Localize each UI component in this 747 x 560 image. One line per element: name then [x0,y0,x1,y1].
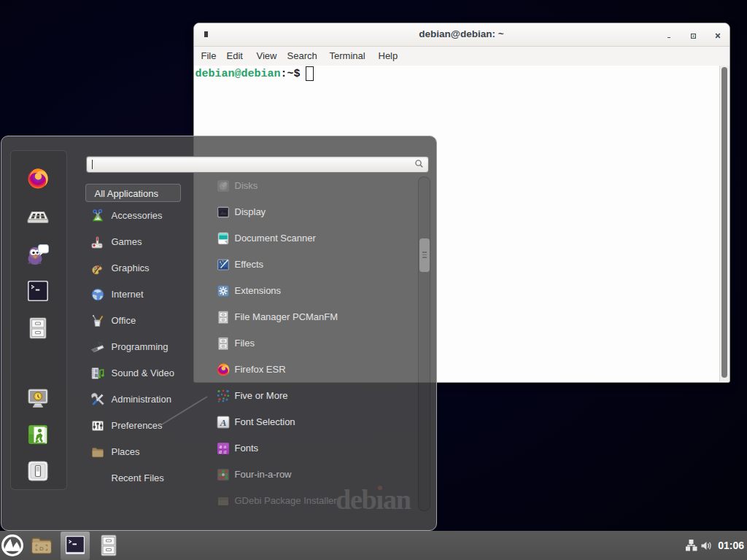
svg-text:D: D [39,545,44,552]
